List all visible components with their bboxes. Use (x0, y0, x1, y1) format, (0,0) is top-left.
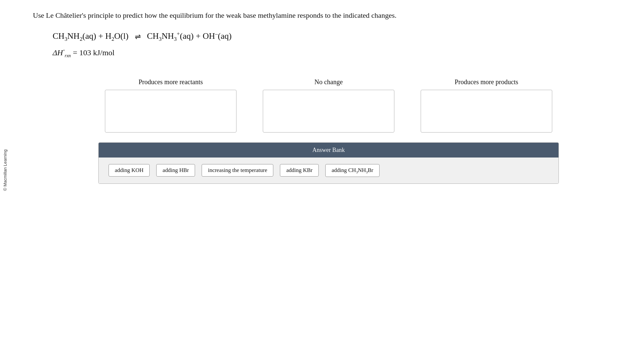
drop-zone-box-nochange[interactable] (263, 90, 394, 133)
answer-chip-ch3nh3br[interactable]: adding CH3NH3Br (325, 164, 380, 177)
answer-chip-koh-label: adding KOH (115, 167, 143, 173)
question-text: Use Le Châtelier's principle to predict … (33, 10, 624, 21)
answer-chip-hbr[interactable]: adding HBr (156, 164, 195, 177)
drop-zone-box-reactants[interactable] (105, 90, 236, 133)
sidebar: © Macmillan Learning (0, 0, 11, 340)
answer-chip-kbr[interactable]: adding KBr (280, 164, 319, 177)
drop-zone-col-nochange: No change (263, 78, 394, 133)
drop-zone-label-products: Produces more products (455, 78, 518, 86)
answer-chip-temp[interactable]: increasing the temperature (202, 164, 273, 177)
delta-h: ΔH°rxn = 103 kJ/mol (53, 48, 624, 59)
drop-zone-box-products[interactable] (421, 90, 552, 133)
equilibrium-arrow: ⇌ (135, 33, 141, 41)
answer-bank-header: Answer Bank (99, 143, 558, 158)
answer-bank-section: Answer Bank adding KOH adding HBr increa… (98, 142, 559, 184)
drop-zone-col-reactants: Produces more reactants (105, 78, 236, 133)
answer-chip-koh[interactable]: adding KOH (109, 164, 150, 177)
answer-chip-hbr-label: adding HBr (162, 167, 189, 173)
answer-bank-items: adding KOH adding HBr increasing the tem… (99, 158, 558, 183)
chemical-equation: CH3NH2(aq) + H2O(l) ⇌ CH3NH3+(aq) + OH–(… (53, 31, 624, 42)
drop-zone-label-nochange: No change (314, 78, 343, 86)
sidebar-label: © Macmillan Learning (3, 149, 8, 191)
answer-chip-temp-label: increasing the temperature (208, 167, 267, 173)
drop-zone-label-reactants: Produces more reactants (138, 78, 203, 86)
answer-chip-kbr-label: adding KBr (286, 167, 312, 173)
drop-zone-col-products: Produces more products (421, 78, 552, 133)
